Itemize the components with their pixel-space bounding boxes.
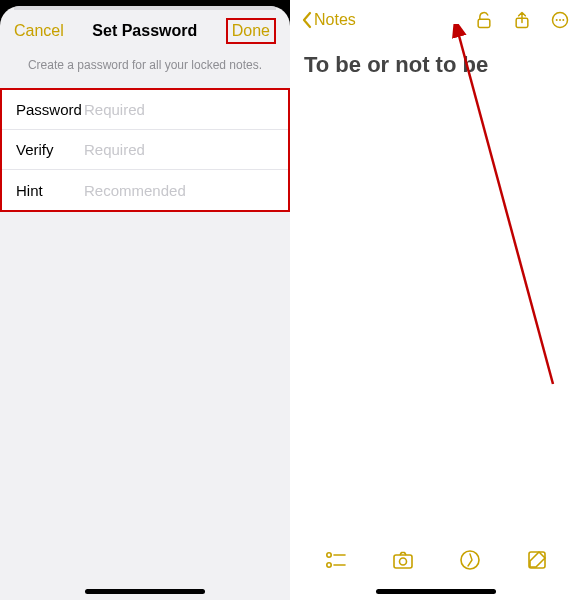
compose-icon[interactable] — [525, 548, 549, 572]
password-form: Password Verify Hint — [0, 88, 290, 212]
verify-label: Verify — [16, 141, 84, 158]
back-label: Notes — [314, 11, 356, 29]
back-button[interactable]: Notes — [302, 11, 356, 29]
home-indicator — [85, 589, 205, 594]
password-input[interactable] — [84, 101, 274, 118]
hint-row: Hint — [2, 170, 288, 210]
lock-open-icon[interactable] — [474, 10, 494, 30]
svg-point-3 — [556, 19, 558, 21]
modal-title: Set Password — [92, 22, 197, 40]
svg-point-7 — [326, 553, 330, 557]
chevron-left-icon — [302, 11, 312, 29]
cancel-button[interactable]: Cancel — [14, 22, 64, 40]
note-title[interactable]: To be or not to be — [290, 36, 582, 94]
hint-label: Hint — [16, 182, 84, 199]
bottom-toolbar — [290, 548, 582, 572]
svg-rect-0 — [478, 19, 490, 27]
set-password-sheet: Cancel Set Password Done Create a passwo… — [0, 6, 290, 600]
verify-input[interactable] — [84, 141, 274, 158]
password-row: Password — [2, 90, 288, 130]
hint-input[interactable] — [84, 182, 274, 199]
modal-subtitle: Create a password for all your locked no… — [0, 52, 290, 88]
svg-point-5 — [562, 19, 564, 21]
password-label: Password — [16, 101, 84, 118]
svg-point-9 — [326, 563, 330, 567]
modal-nav: Cancel Set Password Done — [0, 6, 290, 52]
home-indicator — [376, 589, 496, 594]
checklist-icon[interactable] — [324, 548, 348, 572]
done-button[interactable]: Done — [226, 18, 276, 44]
nav-icons — [474, 10, 570, 30]
verify-row: Verify — [2, 130, 288, 170]
svg-point-12 — [399, 558, 406, 565]
share-icon[interactable] — [512, 10, 532, 30]
camera-icon[interactable] — [391, 548, 415, 572]
svg-point-4 — [559, 19, 561, 21]
note-nav: Notes — [290, 0, 582, 36]
note-view: Notes To be or not to be — [290, 0, 582, 600]
more-icon[interactable] — [550, 10, 570, 30]
svg-rect-11 — [394, 555, 412, 568]
draw-icon[interactable] — [458, 548, 482, 572]
